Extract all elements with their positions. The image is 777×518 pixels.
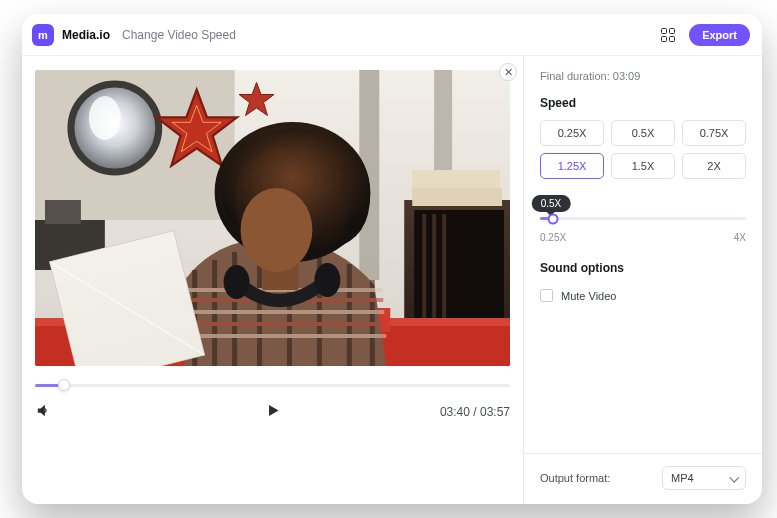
play-button[interactable] <box>263 401 282 424</box>
slider-max-label: 4X <box>734 232 746 243</box>
total-time: 03:57 <box>480 405 510 419</box>
speed-slider[interactable]: 0.5X <box>540 193 746 220</box>
svg-point-23 <box>224 265 250 299</box>
video-pane: ✕ <box>22 56 524 504</box>
svg-point-29 <box>241 188 313 272</box>
current-time: 03:40 <box>440 405 470 419</box>
mute-checkbox[interactable] <box>540 289 553 302</box>
progress-track <box>35 384 510 387</box>
slider-thumb[interactable] <box>548 213 559 224</box>
speed-option-1-5x[interactable]: 1.5X <box>611 153 675 179</box>
apps-grid-icon[interactable] <box>661 28 675 42</box>
speed-option-1-25x[interactable]: 1.25X <box>540 153 604 179</box>
speed-option-2x[interactable]: 2X <box>682 153 746 179</box>
svg-point-5 <box>89 96 121 140</box>
video-controls: 03:40 / 03:57 <box>35 402 510 422</box>
header: m Media.io Change Video Speed Export <box>22 14 762 56</box>
brand-name: Media.io <box>62 28 110 42</box>
output-format-row: Output format: MP4 <box>524 453 762 504</box>
speed-option-0-5x[interactable]: 0.5X <box>611 120 675 146</box>
app-logo: m <box>32 24 54 46</box>
export-button[interactable]: Export <box>689 24 750 46</box>
output-format-value: MP4 <box>671 472 694 484</box>
close-video-button[interactable]: ✕ <box>499 63 517 81</box>
mute-video-row[interactable]: Mute Video <box>540 289 746 302</box>
video-progress[interactable] <box>35 374 510 396</box>
settings-pane: Final duration: 03:09 Speed 0.25X0.5X0.7… <box>524 56 762 504</box>
time-display: 03:40 / 03:57 <box>440 405 510 419</box>
output-format-label: Output format: <box>540 472 610 484</box>
speed-option-0-25x[interactable]: 0.25X <box>540 120 604 146</box>
svg-rect-17 <box>45 200 81 224</box>
chevron-down-icon <box>729 472 739 482</box>
svg-point-24 <box>314 263 340 297</box>
speed-heading: Speed <box>540 96 746 110</box>
speed-tooltip: 0.5X <box>532 195 571 212</box>
slider-min-label: 0.25X <box>540 232 566 243</box>
output-format-select[interactable]: MP4 <box>662 466 746 490</box>
video-wrapper: ✕ <box>35 70 510 366</box>
svg-rect-10 <box>412 188 502 206</box>
mute-label: Mute Video <box>561 290 616 302</box>
volume-icon[interactable] <box>35 402 52 423</box>
body: ✕ <box>22 56 762 504</box>
slider-range-labels: 0.25X 4X <box>540 232 746 243</box>
video-preview[interactable]: T <box>35 70 510 366</box>
slider-track <box>540 217 746 220</box>
sound-heading: Sound options <box>540 261 746 275</box>
final-duration: Final duration: 03:09 <box>540 70 746 82</box>
close-icon: ✕ <box>504 67 513 78</box>
svg-rect-11 <box>412 170 500 188</box>
speed-option-0-75x[interactable]: 0.75X <box>682 120 746 146</box>
app-window: m Media.io Change Video Speed Export ✕ <box>22 14 762 504</box>
page-title: Change Video Speed <box>122 28 236 42</box>
speed-options: 0.25X0.5X0.75X1.25X1.5X2X <box>540 120 746 179</box>
progress-thumb[interactable] <box>58 379 70 391</box>
